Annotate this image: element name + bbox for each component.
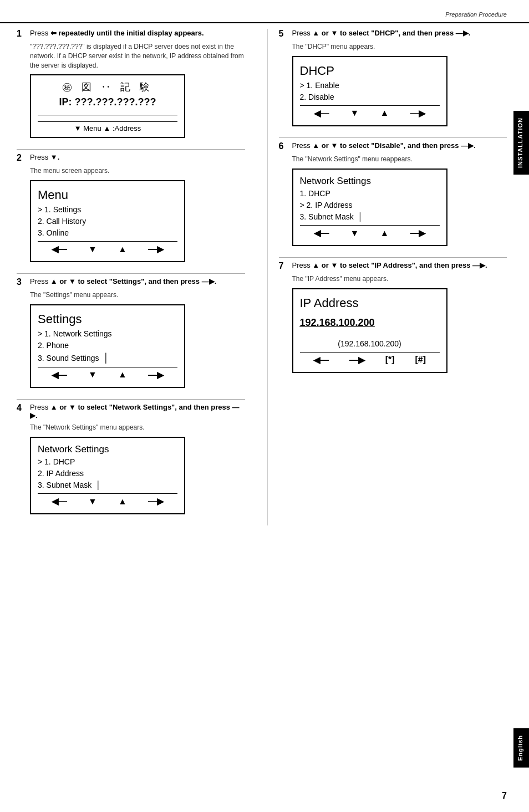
up-btn-s3[interactable]: ▲ [118, 370, 127, 380]
page-header: Preparation Procedure [0, 11, 529, 23]
down-btn-s4[interactable]: ▼ [88, 497, 97, 507]
step-7-instruction: Press ▲ or ▼ to select "IP Address", and… [292, 261, 487, 269]
lcd-s4-l2: > 1. DHCP [38, 456, 177, 468]
page-number: 7 [502, 791, 507, 801]
step-1-description: "???.???.???.???" is displayed if a DHCP… [30, 42, 245, 70]
back-btn-s7[interactable]: ◀— [313, 355, 329, 365]
step-4-description: The "Network Settings" menu appears. [30, 423, 245, 432]
lcd-icons-row: ㊙ 図 ‥ 記 験 [38, 80, 177, 95]
star-btn-s7[interactable]: [*] [385, 355, 395, 365]
enter-btn-s4[interactable]: —▶ [148, 496, 164, 507]
scroll-indicator-s3: │ [103, 353, 109, 362]
step-4-instruction: Press ▲ or ▼ to select "Network Settings… [30, 403, 245, 420]
back-btn-s6[interactable]: ◀— [314, 228, 329, 238]
up-btn-s2[interactable]: ▲ [118, 244, 127, 254]
lcd-s5-l2: > 1. Enable [300, 80, 440, 91]
btn-bar-s6: ◀— ▼ ▲ —▶ [300, 225, 440, 241]
lcd-s6-l2: 1. DHCP [300, 188, 440, 200]
step-6-number: 6 [279, 141, 288, 151]
step-2-instruction: Press ▼. [30, 153, 59, 161]
installation-tab: INSTALLATION [513, 111, 529, 175]
step-4-lcd: Network Settings > 1. DHCP 2. IP Address… [30, 437, 185, 515]
page: INSTALLATION English Preparation Procedu… [0, 0, 529, 812]
btn-bar-s2: ◀— ▼ ▲ —▶ [38, 241, 177, 257]
step-4: 4 Press ▲ or ▼ to select "Network Settin… [17, 403, 245, 514]
lcd-s7-l1: IP Address [300, 294, 440, 312]
btn-bar-s7: ◀— —▶ [*] [#] [300, 352, 440, 367]
step-7: 7 Press ▲ or ▼ to select "IP Address", a… [279, 261, 507, 373]
lcd-s3-l4: 3. Sound Settings │ [38, 351, 177, 365]
enter-btn-s2[interactable]: —▶ [148, 244, 164, 254]
lcd-s3-l2: > 1. Network Settings [38, 328, 177, 340]
down-btn-s2[interactable]: ▼ [88, 244, 97, 254]
back-btn-s2[interactable]: ◀— [52, 244, 67, 254]
lcd-s3-l1: Settings [38, 310, 177, 328]
down-btn-s6[interactable]: ▼ [350, 228, 359, 238]
step-3-description: The "Settings" menu appears. [30, 290, 245, 300]
step-5-instruction: Press ▲ or ▼ to select "DHCP", and then … [292, 29, 471, 37]
step-1-instruction: Press ⬅︎ repeatedly until the initial di… [30, 29, 204, 37]
lcd-s2-l4: 3. Online [38, 227, 177, 239]
step-3-number: 3 [17, 277, 26, 287]
step-3-lcd: Settings > 1. Network Settings 2. Phone … [30, 304, 185, 388]
enter-btn-s3[interactable]: —▶ [148, 370, 164, 380]
lcd-ip-line: IP: ???.???.???.??? [38, 95, 177, 110]
step-4-number: 4 [17, 403, 26, 413]
lcd-s3-l3: 2. Phone [38, 340, 177, 351]
hash-btn-s7[interactable]: [#] [415, 355, 426, 365]
enter-btn-s5[interactable]: —▶ [410, 108, 425, 119]
step-7-number: 7 [279, 261, 288, 271]
back-btn-s5[interactable]: ◀— [314, 108, 329, 119]
lcd-s4-l1: Network Settings [38, 442, 177, 457]
scroll-indicator-s6: │ [358, 212, 363, 221]
step-1: 1 Press ⬅︎ repeatedly until the initial … [17, 29, 245, 138]
step-5: 5 Press ▲ or ▼ to select "DHCP", and the… [279, 29, 507, 126]
step-3: 3 Press ▲ or ▼ to select "Settings", and… [17, 277, 245, 388]
lcd-s5-l1: DHCP [300, 62, 440, 80]
lcd-s6-l1: Network Settings [300, 174, 440, 188]
down-btn-s5[interactable]: ▼ [350, 108, 359, 118]
step-5-lcd: DHCP > 1. Enable 2. Disable ◀— ▼ ▲ —▶ [292, 56, 447, 126]
lcd-s4-l4: 3. Subnet Mask │ [38, 479, 177, 491]
up-btn-s5[interactable]: ▲ [380, 108, 389, 118]
up-btn-s4[interactable]: ▲ [118, 497, 127, 507]
enter-fwd-btn-s7[interactable]: —▶ [349, 355, 365, 365]
lcd-s6-l4: 3. Subnet Mask │ [300, 211, 440, 223]
right-column: 5 Press ▲ or ▼ to select "DHCP", and the… [267, 29, 507, 525]
step-1-number: 1 [17, 29, 26, 39]
step-5-number: 5 [279, 29, 288, 39]
step-3-instruction: Press ▲ or ▼ to select "Settings", and t… [30, 277, 216, 285]
lcd-s6-l3: > 2. IP Address [300, 200, 440, 211]
scroll-indicator-s4: │ [96, 481, 101, 489]
step-6-description: The "Network Settings" menu reappears. [292, 155, 507, 164]
left-column: 1 Press ⬅︎ repeatedly until the initial … [17, 29, 256, 525]
step-2-lcd: Menu > 1. Settings 2. Call History 3. On… [30, 180, 185, 262]
step-6-lcd: Network Settings 1. DHCP > 2. IP Address… [292, 168, 447, 247]
btn-bar-s3: ◀— ▼ ▲ —▶ [38, 367, 177, 382]
step-6-instruction: Press ▲ or ▼ to select "Disable", and th… [292, 141, 476, 150]
step-2-description: The menu screen appears. [30, 166, 245, 176]
btn-bar-s4: ◀— ▼ ▲ —▶ [38, 493, 177, 509]
step-7-lcd: IP Address 192.168.100.200 (192.168.100.… [292, 288, 447, 373]
btn-bar-s5: ◀— ▼ ▲ —▶ [300, 105, 440, 121]
lcd-s4-l3: 2. IP Address [38, 468, 177, 479]
lcd-s7-l3: (192.168.100.200) [300, 338, 440, 350]
up-btn-s6[interactable]: ▲ [380, 228, 389, 238]
english-tab: English [513, 728, 529, 768]
step-6: 6 Press ▲ or ▼ to select "Disable", and … [279, 141, 507, 246]
lcd-menu-line: ▼ Menu ▲ :Address [38, 121, 177, 132]
back-btn-s3[interactable]: ◀— [52, 370, 67, 380]
step-1-lcd: ㊙ 図 ‥ 記 験 IP: ???.???.???.??? ▼ Menu ▲ :… [30, 74, 185, 138]
step-7-description: The "IP Address" menu appears. [292, 274, 507, 284]
lcd-s2-l3: 2. Call History [38, 216, 177, 227]
lcd-s5-l3: 2. Disable [300, 91, 440, 103]
down-btn-s3[interactable]: ▼ [88, 370, 97, 380]
back-btn-s4[interactable]: ◀— [52, 496, 67, 507]
lcd-s2-l2: > 1. Settings [38, 204, 177, 216]
enter-btn-s6[interactable]: —▶ [410, 228, 425, 238]
main-content: 1 Press ⬅︎ repeatedly until the initial … [0, 29, 529, 525]
lcd-s2-l1: Menu [38, 186, 177, 204]
step-2-number: 2 [17, 153, 26, 163]
lcd-s7-l2: 192.168.100.200 [300, 315, 440, 330]
step-5-description: The "DHCP" menu appears. [292, 42, 507, 52]
